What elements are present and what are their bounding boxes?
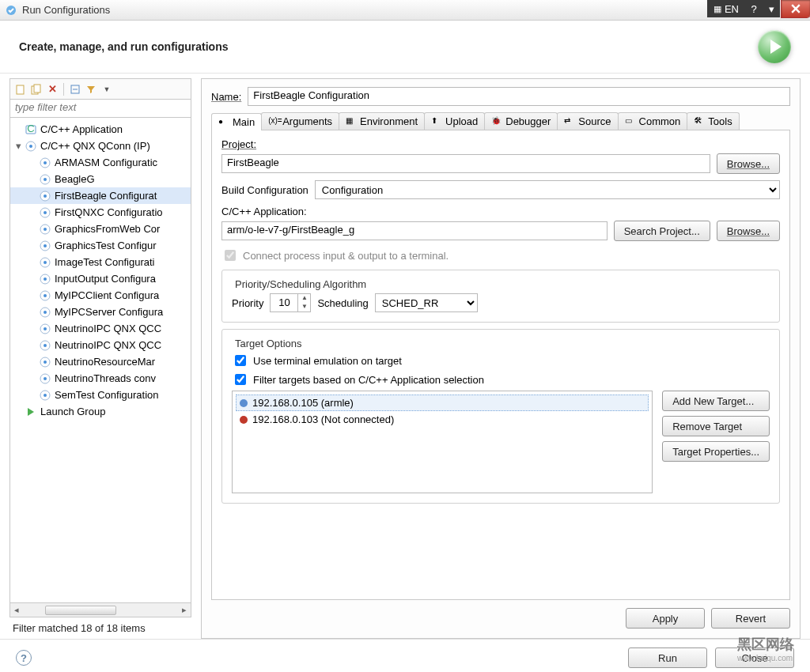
node-icon: [39, 206, 51, 219]
priority-spinner[interactable]: 10 ▲▼: [270, 293, 311, 312]
help-icon[interactable]: ?: [16, 650, 32, 666]
revert-button[interactable]: Revert: [711, 608, 790, 629]
node-icon: [39, 372, 51, 385]
filter-icon[interactable]: [84, 82, 98, 96]
search-project-button[interactable]: Search Project...: [614, 221, 710, 241]
target-row[interactable]: 192.168.0.103 (Not connected): [236, 411, 649, 428]
remove-target-button[interactable]: Remove Target: [662, 416, 770, 436]
node-label: ImageTest Configurati: [55, 256, 154, 268]
node-icon: [39, 190, 51, 202]
svg-point-24: [44, 277, 47, 281]
config-tree[interactable]: CC/C++ Application▾C/C++ QNX QConn (IP)A…: [9, 118, 191, 603]
main-tab-body: Project: FirstBeagle Browse... Build Con…: [211, 130, 790, 600]
target-list[interactable]: 192.168.0.105 (armle)192.168.0.103 (Not …: [232, 391, 653, 493]
tree-node[interactable]: ARMASM Configuratic: [10, 154, 191, 171]
run-button[interactable]: Run: [628, 647, 707, 668]
tab-label: Upload: [445, 115, 478, 127]
tree-horizontal-scrollbar[interactable]: ◂ ▸: [9, 603, 191, 617]
tree-node[interactable]: BeagleG: [10, 171, 191, 187]
build-config-select[interactable]: Configuration: [315, 180, 780, 199]
apply-button[interactable]: Apply: [626, 608, 705, 629]
toolbar-menu-chevron-icon[interactable]: ▼: [100, 82, 114, 96]
spinner-down-icon[interactable]: ▼: [298, 303, 310, 311]
dialog-footer: ? Run Close: [0, 639, 810, 672]
svg-point-8: [29, 145, 32, 148]
app-input[interactable]: arm/o-le-v7-g/FirstBeagle_g: [221, 221, 608, 240]
target-properties-button[interactable]: Target Properties...: [662, 441, 770, 462]
tree-node[interactable]: NeutrinoIPC QNX QCC: [10, 337, 191, 353]
project-input[interactable]: FirstBeagle: [221, 154, 710, 173]
node-label: NeutrinoIPC QNX QCC: [55, 339, 161, 351]
use-terminal-checkbox[interactable]: Use terminal emulation on target: [232, 353, 770, 368]
svg-point-22: [44, 261, 47, 264]
node-label: InputOutput Configura: [55, 273, 156, 285]
tree-node[interactable]: ImageTest Configurati: [10, 254, 191, 270]
delete-config-icon[interactable]: ✕: [45, 82, 59, 96]
node-label: Launch Group: [40, 406, 105, 417]
filter-targets-checkbox[interactable]: Filter targets based on C/C++ Applicatio…: [232, 372, 770, 387]
svg-text:C: C: [27, 123, 34, 134]
app-label: C/C++ Application:: [221, 206, 780, 217]
titlebar-help-icon[interactable]: ?: [745, 0, 763, 17]
svg-point-18: [44, 228, 47, 231]
language-indicator[interactable]: ▦ EN: [707, 0, 745, 17]
titlebar-dropdown-icon[interactable]: ▾: [763, 0, 780, 17]
tree-node[interactable]: CC/C++ Application: [10, 121, 191, 138]
node-label: MyIPCServer Configura: [55, 306, 163, 318]
tab-tools[interactable]: 🛠Tools: [687, 112, 739, 130]
svg-point-10: [44, 161, 47, 164]
tree-node[interactable]: NeutrinoThreads conv: [10, 370, 191, 387]
tree-node[interactable]: ▾C/C++ QNX QConn (IP): [10, 138, 191, 154]
tree-node[interactable]: Launch Group: [10, 403, 191, 420]
tab-main[interactable]: ●Main: [211, 113, 262, 130]
tree-node[interactable]: GraphicsTest Configur: [10, 237, 191, 254]
node-icon: [39, 273, 51, 285]
run-hero-icon: [758, 30, 791, 63]
node-icon: [39, 223, 51, 236]
tab-icon: ⬆: [431, 116, 442, 127]
tree-node[interactable]: FirstQNXC Configuratio: [10, 204, 191, 221]
node-label: SemTest Configuration: [55, 389, 159, 401]
tree-node[interactable]: NeutrinoResourceMar: [10, 353, 191, 370]
tab-debugger[interactable]: 🐞Debugger: [484, 112, 558, 130]
add-target-button[interactable]: Add New Target...: [662, 391, 770, 411]
tree-node[interactable]: MyIPCServer Configura: [10, 304, 191, 320]
tree-node[interactable]: NeutrinoIPC QNX QCC: [10, 320, 191, 337]
tab-label: Arguments: [282, 115, 332, 127]
node-icon: [39, 157, 51, 169]
target-group-title: Target Options: [232, 338, 305, 349]
target-row[interactable]: 192.168.0.105 (armle): [236, 395, 649, 411]
node-icon: C: [25, 123, 37, 136]
tab-environment[interactable]: ▦Environment: [339, 112, 425, 130]
spinner-up-icon[interactable]: ▲: [298, 294, 310, 303]
app-browse-button[interactable]: Browse...: [717, 221, 780, 241]
duplicate-config-icon[interactable]: [29, 82, 44, 96]
tab-source[interactable]: ⇄Source: [557, 112, 618, 130]
scrollbar-thumb[interactable]: [45, 606, 116, 615]
tree-node[interactable]: SemTest Configuration: [10, 387, 191, 403]
scheduling-select[interactable]: SCHED_RR: [375, 293, 478, 312]
tab-common[interactable]: ▭Common: [618, 112, 688, 130]
node-label: FirstQNXC Configuratio: [55, 206, 163, 218]
tree-node[interactable]: GraphicsFromWeb Cor: [10, 221, 191, 237]
tab-label: Debugger: [505, 115, 551, 127]
tab-icon: ●: [218, 117, 229, 128]
project-browse-button[interactable]: Browse...: [717, 153, 780, 174]
dialog-header: Create, manage, and run configurations: [0, 21, 810, 74]
tab-upload[interactable]: ⬆Upload: [424, 112, 485, 130]
scroll-left-icon[interactable]: ◂: [10, 605, 23, 615]
new-config-icon[interactable]: [13, 82, 28, 96]
svg-point-36: [44, 377, 47, 380]
name-input[interactable]: FirstBeagle Configuration: [248, 87, 790, 106]
scroll-right-icon[interactable]: ▸: [178, 605, 191, 615]
node-icon: [39, 256, 51, 269]
close-button[interactable]: Close: [715, 647, 794, 668]
collapse-all-icon[interactable]: [68, 82, 82, 96]
tree-node[interactable]: MyIPCClient Configura: [10, 287, 191, 304]
tab-arguments[interactable]: (x)=Arguments: [261, 112, 339, 130]
project-label: Project:: [221, 138, 780, 150]
filter-input[interactable]: type filter text: [9, 99, 191, 118]
tree-node[interactable]: InputOutput Configura: [10, 270, 191, 287]
window-close-button[interactable]: [782, 0, 810, 17]
tree-node[interactable]: FirstBeagle Configurat: [10, 187, 191, 204]
